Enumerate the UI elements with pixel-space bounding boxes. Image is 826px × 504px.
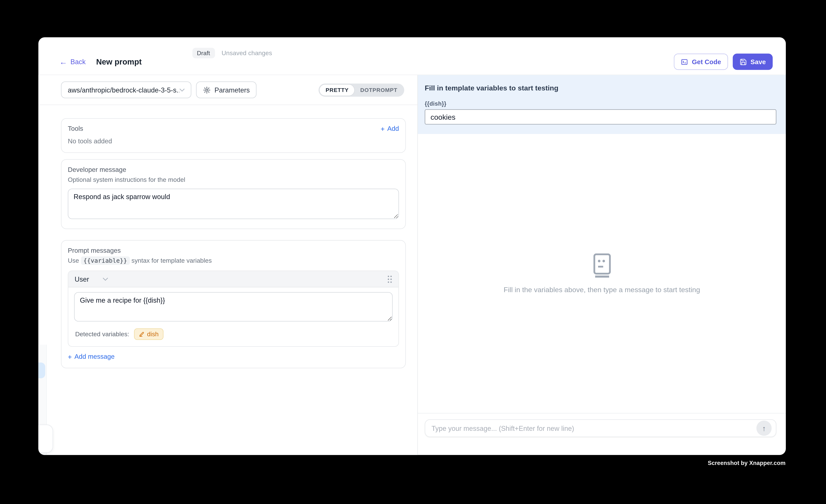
get-code-button[interactable]: Get Code xyxy=(674,54,728,70)
variable-chip-label: dish xyxy=(147,330,159,338)
tools-title: Tools xyxy=(68,125,83,132)
page-title: New prompt xyxy=(96,54,142,70)
model-select-value: aws/anthropic/bedrock-claude-3-5-s... xyxy=(68,86,179,94)
variable-name-label: {{dish}} xyxy=(425,101,776,107)
variable-value-input[interactable] xyxy=(425,109,776,124)
header-actions: Get Code Save xyxy=(674,54,773,70)
screenshot-stage: ← Back New prompt Draft Unsaved changes … xyxy=(0,0,826,504)
toggle-option-dotprompt[interactable]: DOTPROMPT xyxy=(354,84,403,95)
detected-variables-row: Detected variables: dish xyxy=(68,324,398,346)
back-label: Back xyxy=(70,58,85,66)
get-code-label: Get Code xyxy=(692,58,721,65)
empty-state-text: Fill in the variables above, then type a… xyxy=(504,286,700,294)
test-pane: Fill in template variables to start test… xyxy=(418,75,786,455)
model-select[interactable]: aws/anthropic/bedrock-claude-3-5-s... xyxy=(61,81,191,98)
chat-empty-state: Fill in the variables above, then type a… xyxy=(418,134,786,413)
editor-scroll-area: Tools + Add No tools added Developer mes… xyxy=(38,105,417,455)
developer-message-subtitle: Optional system instructions for the mod… xyxy=(68,176,399,183)
prompt-messages-hint: Use {{variable}} syntax for template var… xyxy=(68,257,399,264)
parameters-button[interactable]: Parameters xyxy=(196,81,257,98)
chat-input-bar: ↑ xyxy=(418,413,786,455)
status-badge: Draft xyxy=(192,48,215,58)
drag-handle-icon[interactable] xyxy=(388,275,392,283)
add-tool-label: Add xyxy=(387,125,399,132)
main-split: aws/anthropic/bedrock-claude-3-5-s... Pa… xyxy=(38,75,786,455)
role-select[interactable]: User xyxy=(75,275,89,283)
chevron-down-icon xyxy=(179,88,185,92)
add-tool-button[interactable]: + Add xyxy=(381,125,399,132)
app-header: ← Back New prompt Draft Unsaved changes … xyxy=(38,37,786,75)
tools-card: Tools + Add No tools added xyxy=(61,118,406,153)
chat-input-box: ↑ xyxy=(425,419,776,437)
hint-prefix: Use xyxy=(68,257,79,264)
developer-message-card: Developer message Optional system instru… xyxy=(61,159,406,229)
save-icon xyxy=(740,58,747,65)
left-edge-card xyxy=(38,425,53,453)
pencil-line-icon xyxy=(138,331,144,337)
message-header: User xyxy=(68,271,398,288)
prompt-messages-title: Prompt messages xyxy=(68,247,399,254)
add-message-button[interactable]: + Add message xyxy=(68,353,399,361)
model-toolbar: aws/anthropic/bedrock-claude-3-5-s... Pa… xyxy=(38,75,417,105)
save-label: Save xyxy=(751,58,766,65)
terminal-icon xyxy=(681,58,688,65)
chat-message-input[interactable] xyxy=(425,424,776,432)
toggle-option-pretty[interactable]: PRETTY xyxy=(320,84,354,95)
detected-variables-label: Detected variables: xyxy=(75,330,129,338)
message-content-input[interactable]: Give me a recipe for {{dish}} xyxy=(74,292,393,322)
prompt-messages-card: Prompt messages Use {{variable}} syntax … xyxy=(61,240,406,368)
left-edge-highlight xyxy=(38,363,45,378)
plus-icon: + xyxy=(68,353,72,360)
parameters-label: Parameters xyxy=(215,86,250,94)
message-block: User Give me a recipe for {{dish}} Detec… xyxy=(68,270,399,347)
unsaved-changes-note: Unsaved changes xyxy=(222,49,272,57)
tools-empty-text: No tools added xyxy=(68,138,399,145)
variables-heading: Fill in template variables to start test… xyxy=(425,84,776,92)
view-mode-toggle: PRETTY DOTPROMPT xyxy=(319,83,404,97)
developer-message-input[interactable]: Respond as jack sparrow would xyxy=(68,189,399,219)
app-window: ← Back New prompt Draft Unsaved changes … xyxy=(38,37,786,455)
send-button[interactable]: ↑ xyxy=(756,421,772,436)
variable-syntax-chip: {{variable}} xyxy=(81,256,130,265)
hint-suffix: syntax for template variables xyxy=(131,257,212,264)
chevron-down-icon[interactable] xyxy=(103,277,109,281)
back-arrow-icon: ← xyxy=(59,58,67,66)
variable-chip-dish[interactable]: dish xyxy=(134,328,163,340)
watermark: Screenshot by Xnapper.com xyxy=(708,460,785,466)
plus-icon: + xyxy=(381,125,385,132)
prompt-editor-pane: aws/anthropic/bedrock-claude-3-5-s... Pa… xyxy=(38,75,418,455)
gear-icon xyxy=(203,86,211,94)
back-button[interactable]: ← Back xyxy=(59,54,85,70)
developer-message-title: Developer message xyxy=(68,166,399,173)
send-arrow-icon: ↑ xyxy=(762,424,766,433)
robot-face-icon xyxy=(592,253,611,278)
message-body: Give me a recipe for {{dish}} xyxy=(68,288,398,324)
add-message-label: Add message xyxy=(74,353,115,361)
save-button[interactable]: Save xyxy=(733,54,773,70)
template-variables-section: Fill in template variables to start test… xyxy=(418,75,786,134)
